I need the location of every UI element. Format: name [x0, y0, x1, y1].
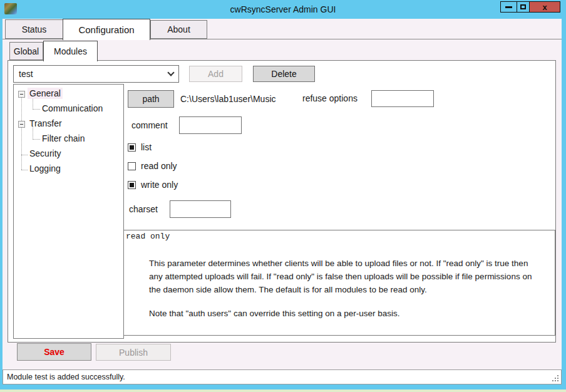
tree-item-filter-chain[interactable]: Filter chain: [40, 133, 86, 144]
tree-item-general[interactable]: General: [28, 88, 63, 99]
tab-about[interactable]: About: [150, 20, 207, 39]
read-only-checkbox-label: read only: [141, 161, 177, 171]
path-button-label: path: [142, 94, 159, 104]
parameter-help-box: read only This parameter determines whet…: [123, 230, 555, 336]
minimize-icon: [505, 6, 512, 8]
delete-button-label: Delete: [271, 69, 296, 79]
tree-expander-transfer[interactable]: [18, 121, 25, 128]
write-only-checkbox-row: write only: [128, 180, 178, 190]
checkbox-fill-icon: [130, 145, 134, 150]
status-bar: Module test is added successfully.: [3, 369, 562, 384]
app-window: cwRsyncServer Admin GUI x Status Configu…: [0, 0, 566, 389]
list-checkbox-row: list: [128, 142, 152, 152]
help-keyword: read only: [126, 232, 170, 241]
add-button-label: Add: [208, 69, 224, 79]
tree-connector-root: [21, 97, 22, 170]
tab-about-label: About: [167, 24, 190, 34]
add-button[interactable]: Add: [189, 66, 242, 82]
tab-configuration[interactable]: Configuration: [63, 19, 150, 40]
publish-button[interactable]: Publish: [96, 344, 171, 361]
comment-input[interactable]: [179, 116, 242, 134]
tree-item-general-label: General: [29, 88, 61, 98]
client-area: Status Configuration About Global Module…: [3, 19, 562, 384]
tab-configuration-label: Configuration: [78, 24, 134, 35]
tree-item-communication[interactable]: Communication: [40, 103, 105, 114]
read-only-checkbox-row: read only: [128, 161, 177, 171]
tree-item-security-label: Security: [29, 148, 61, 158]
tree-item-filter-chain-label: Filter chain: [42, 133, 85, 143]
tree-connector-security: [21, 155, 28, 155]
save-button-label: Save: [44, 347, 64, 357]
refuse-options-label: refuse options: [302, 93, 358, 103]
minimize-button[interactable]: [500, 1, 517, 13]
maximize-icon: [520, 4, 526, 9]
tree-expander-general[interactable]: [18, 91, 25, 98]
close-icon: x: [542, 3, 547, 12]
resize-grip-icon[interactable]: [557, 380, 558, 381]
write-only-checkbox-label: write only: [141, 180, 178, 190]
tab-modules-label: Modules: [54, 46, 87, 56]
modules-page: test Add Delete General Commun: [8, 60, 556, 343]
tree-item-security[interactable]: Security: [28, 148, 63, 159]
tab-status-label: Status: [22, 24, 47, 34]
module-select[interactable]: test: [13, 65, 179, 83]
tree-item-logging[interactable]: Logging: [28, 163, 63, 174]
status-message: Module test is added successfully.: [7, 373, 125, 381]
read-only-checkbox[interactable]: [128, 162, 136, 170]
list-checkbox[interactable]: [128, 143, 136, 152]
list-checkbox-label: list: [141, 142, 152, 152]
tree-item-communication-label: Communication: [42, 103, 103, 113]
tree-item-logging-label: Logging: [29, 163, 61, 173]
tab-status[interactable]: Status: [5, 19, 63, 39]
tab-modules[interactable]: Modules: [43, 41, 98, 61]
charset-input[interactable]: [170, 200, 231, 218]
refuse-options-input[interactable]: [371, 90, 434, 107]
maximize-button[interactable]: [517, 1, 530, 13]
save-button[interactable]: Save: [17, 343, 91, 361]
path-value: C:\Users\lab1user\Music: [180, 94, 276, 104]
tree-item-transfer-label: Transfer: [29, 118, 62, 128]
titlebar[interactable]: cwRsyncServer Admin GUI x: [0, 0, 566, 19]
tab-global[interactable]: Global: [9, 42, 43, 60]
help-paragraph: Note that "auth users" can override this…: [149, 307, 542, 320]
delete-button[interactable]: Delete: [253, 66, 315, 82]
checkbox-fill-icon: [130, 183, 134, 187]
window-title: cwRsyncServer Admin GUI: [0, 4, 566, 14]
write-only-checkbox[interactable]: [128, 181, 136, 189]
close-button[interactable]: x: [529, 1, 560, 13]
tree-connector-logging: [21, 170, 28, 170]
tree-item-transfer[interactable]: Transfer: [28, 118, 64, 129]
publish-button-label: Publish: [119, 348, 148, 358]
path-button[interactable]: path: [128, 90, 174, 108]
comment-label: comment: [131, 120, 168, 130]
tab-global-label: Global: [14, 46, 39, 56]
help-paragraph: This parameter determines whether client…: [149, 257, 542, 296]
charset-label: charset: [129, 204, 158, 214]
settings-tree: General Communication Transfer Filter ch…: [13, 84, 124, 339]
chevron-down-icon: [167, 69, 174, 76]
module-select-value: test: [19, 69, 168, 79]
